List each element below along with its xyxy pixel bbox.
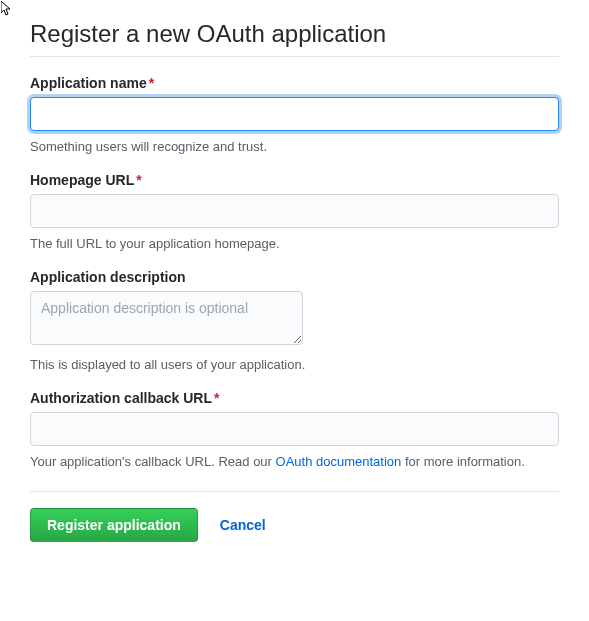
homepage-url-help: The full URL to your application homepag… — [30, 236, 559, 251]
homepage-url-field: Homepage URL* The full URL to your appli… — [30, 172, 559, 251]
application-description-help: This is displayed to all users of your a… — [30, 357, 559, 372]
application-description-field: Application description This is displaye… — [30, 269, 559, 372]
callback-url-label: Authorization callback URL* — [30, 390, 559, 406]
oauth-documentation-link[interactable]: OAuth documentation — [276, 454, 402, 469]
homepage-url-label: Homepage URL* — [30, 172, 559, 188]
required-marker: * — [149, 75, 154, 91]
application-name-label: Application name* — [30, 75, 559, 91]
callback-url-field: Authorization callback URL* Your applica… — [30, 390, 559, 469]
mouse-cursor-icon — [1, 1, 13, 20]
register-application-button[interactable]: Register application — [30, 508, 198, 542]
form-actions: Register application Cancel — [30, 491, 559, 542]
homepage-url-input[interactable] — [30, 194, 559, 228]
application-description-input[interactable] — [30, 291, 303, 345]
callback-url-input[interactable] — [30, 412, 559, 446]
label-text: Application name — [30, 75, 147, 91]
required-marker: * — [136, 172, 141, 188]
application-name-help: Something users will recognize and trust… — [30, 139, 559, 154]
callback-url-help: Your application's callback URL. Read ou… — [30, 454, 559, 469]
application-name-field: Application name* Something users will r… — [30, 75, 559, 154]
label-text: Homepage URL — [30, 172, 134, 188]
help-text-suffix: for more information. — [401, 454, 525, 469]
page-title: Register a new OAuth application — [30, 20, 559, 57]
application-description-label: Application description — [30, 269, 559, 285]
label-text: Authorization callback URL — [30, 390, 212, 406]
cancel-button[interactable]: Cancel — [220, 517, 266, 533]
required-marker: * — [214, 390, 219, 406]
application-name-input[interactable] — [30, 97, 559, 131]
help-text-prefix: Your application's callback URL. Read ou… — [30, 454, 276, 469]
